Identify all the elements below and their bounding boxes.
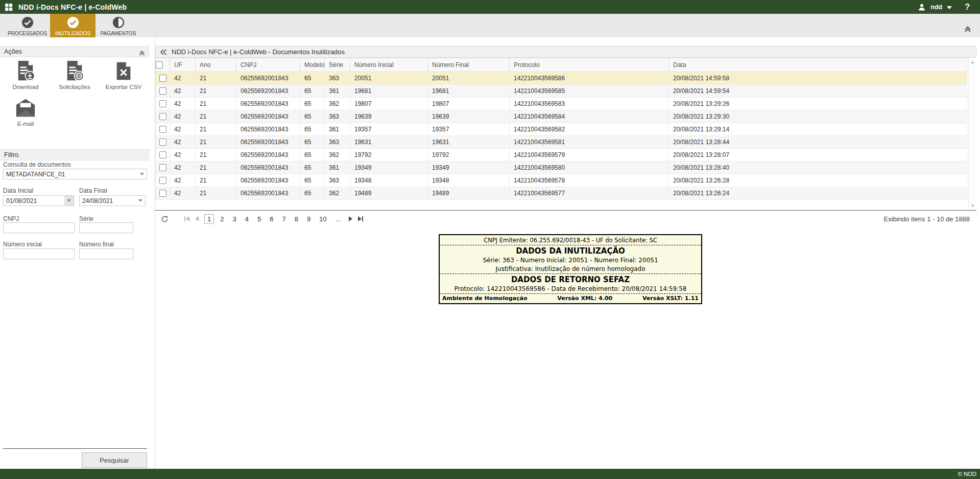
row-checkbox[interactable]: [159, 164, 166, 171]
page-button[interactable]: 9: [304, 215, 313, 223]
row-select-cell[interactable]: [156, 162, 170, 174]
solicitacoes-button[interactable]: Solicitações: [50, 60, 99, 90]
row-checkbox[interactable]: [159, 151, 166, 158]
table-header-row: UFAnoCNPJModeloSérieNúmero InicialNúmero…: [156, 58, 967, 72]
column-header[interactable]: Série: [325, 58, 350, 72]
table-cell: 65: [300, 110, 325, 123]
table-cell: 42: [170, 85, 196, 98]
row-checkbox[interactable]: [159, 75, 166, 82]
cnpj-input[interactable]: [3, 222, 75, 233]
table-cell: 20/08/2021 13:29:14: [669, 123, 967, 136]
row-checkbox[interactable]: [159, 177, 166, 184]
page-button[interactable]: 6: [267, 215, 276, 223]
table-cell: 42: [170, 174, 196, 187]
select-all-checkbox[interactable]: [156, 61, 163, 69]
tab-pagamentos[interactable]: PAGAMENTOS: [95, 14, 141, 37]
table-row[interactable]: 4221062556920018436536319631196311422100…: [156, 136, 967, 149]
user-menu[interactable]: ndd: [930, 4, 942, 11]
page-button[interactable]: 1: [204, 214, 214, 224]
column-header[interactable]: Número Final: [428, 58, 510, 72]
column-header[interactable]: UF: [170, 58, 196, 72]
row-select-cell[interactable]: [156, 174, 170, 187]
refresh-button[interactable]: [161, 215, 169, 223]
chevron-down-icon[interactable]: [64, 196, 74, 206]
page-button[interactable]: 3: [230, 215, 238, 223]
serie-input[interactable]: [79, 222, 133, 233]
row-checkbox[interactable]: [159, 87, 166, 95]
tab-inutilizados[interactable]: INUTILIZADOS: [50, 14, 95, 37]
main-panel: NDD i-Docs NFC-e | e-ColdWeb - Documento…: [155, 37, 980, 469]
scroll-up-icon[interactable]: ▲: [969, 60, 976, 64]
page-button[interactable]: 10: [317, 215, 329, 223]
preview-section1-title: DADOS DA INUTILIZAÇÃO: [440, 245, 701, 256]
email-button[interactable]: E-mail: [1, 97, 50, 127]
download-button[interactable]: Download: [1, 60, 50, 90]
table-row[interactable]: 4221062556920018436536119681196811422100…: [156, 85, 967, 98]
column-header[interactable]: Modelo: [300, 58, 325, 72]
data-inicial-input[interactable]: 01/08/2021: [3, 195, 74, 206]
table-row[interactable]: 4221062556920018436536219792197921422100…: [156, 149, 967, 162]
table-cell: 06255692001843: [236, 123, 300, 136]
exportar-csv-button[interactable]: Exportar CSV: [99, 60, 148, 90]
check-circle-icon: [21, 16, 34, 29]
row-select-cell[interactable]: [156, 149, 170, 162]
consulta-select[interactable]: METADATANFCE_01: [3, 169, 147, 179]
row-select-cell[interactable]: [156, 136, 170, 149]
row-checkbox[interactable]: [159, 126, 166, 133]
row-checkbox[interactable]: [159, 113, 166, 120]
table-row[interactable]: 4221062556920018436536119349193491422100…: [156, 162, 967, 174]
column-header[interactable]: Número Inicial: [350, 58, 428, 72]
collapse-left-icon[interactable]: [160, 49, 167, 55]
page-button[interactable]: 8: [292, 215, 301, 223]
first-page-button[interactable]: [184, 216, 190, 222]
chevron-down-icon[interactable]: [137, 169, 147, 179]
table-row[interactable]: 4221062556920018436536119357193571422100…: [156, 123, 967, 136]
row-select-cell[interactable]: [156, 85, 170, 98]
page-button[interactable]: 5: [255, 215, 264, 223]
table-row[interactable]: 4221062556920018436536319639196391422100…: [156, 110, 967, 123]
row-checkbox[interactable]: [159, 100, 166, 107]
preview-justificativa-line: Justificativa: Inutilização de número ho…: [440, 265, 701, 273]
numero-final-input[interactable]: [79, 248, 133, 259]
row-select-cell[interactable]: [156, 98, 170, 110]
user-menu-caret-icon[interactable]: [947, 6, 952, 9]
row-select-cell[interactable]: [156, 187, 170, 200]
table-row[interactable]: 4221062556920018436536219807198071422100…: [156, 98, 967, 110]
page-button[interactable]: 4: [243, 215, 251, 223]
table-cell: 42: [170, 72, 196, 85]
column-header[interactable]: Protocolo: [510, 58, 669, 72]
row-select-cell[interactable]: [156, 72, 170, 85]
pesquisar-button[interactable]: Pesquisar: [82, 452, 147, 468]
data-final-input[interactable]: 24/08/2021: [79, 195, 146, 206]
tab-processados[interactable]: PROCESSADOS: [5, 14, 50, 37]
last-page-button[interactable]: [357, 216, 364, 222]
help-button[interactable]: ?: [965, 3, 970, 12]
row-checkbox[interactable]: [159, 139, 166, 146]
row-select-cell[interactable]: [156, 110, 170, 123]
table-row[interactable]: 4221062556920018436536320051200511422100…: [156, 72, 967, 85]
page-button[interactable]: 2: [218, 215, 226, 223]
page-button[interactable]: 7: [279, 215, 288, 223]
table-row[interactable]: 4221062556920018436536319348193481422100…: [156, 174, 967, 187]
vertical-scrollbar[interactable]: ▲ ▼: [968, 58, 976, 210]
prev-page-button[interactable]: [194, 216, 200, 222]
column-header[interactable]: Data: [669, 58, 967, 72]
numero-inicial-input[interactable]: [3, 248, 75, 259]
table-cell: 19681: [350, 85, 428, 98]
collapse-actions-icon[interactable]: [139, 49, 145, 60]
column-header[interactable]: Ano: [196, 58, 236, 72]
page-button[interactable]: ...: [333, 215, 344, 223]
chevron-down-icon[interactable]: [136, 196, 145, 206]
preview-protocolo-line: Protocolo: 142210043569586 - Data de Rec…: [440, 285, 701, 293]
row-select-cell[interactable]: [156, 123, 170, 136]
column-header[interactable]: CNPJ: [236, 58, 300, 72]
select-all-header[interactable]: [156, 58, 170, 72]
table-cell: 20/08/2021 13:29:26: [669, 98, 967, 110]
collapse-toolbar-icon[interactable]: [964, 26, 971, 35]
table-row[interactable]: 4221062556920018436536219489194891422100…: [156, 187, 967, 200]
check-circle-icon: [67, 16, 79, 29]
next-page-button[interactable]: [347, 216, 353, 222]
row-checkbox[interactable]: [159, 190, 166, 197]
scroll-down-icon[interactable]: ▼: [969, 203, 976, 208]
title-bar: NDD i-Docs NFC-e | e-ColdWeb ndd ?: [0, 0, 980, 14]
